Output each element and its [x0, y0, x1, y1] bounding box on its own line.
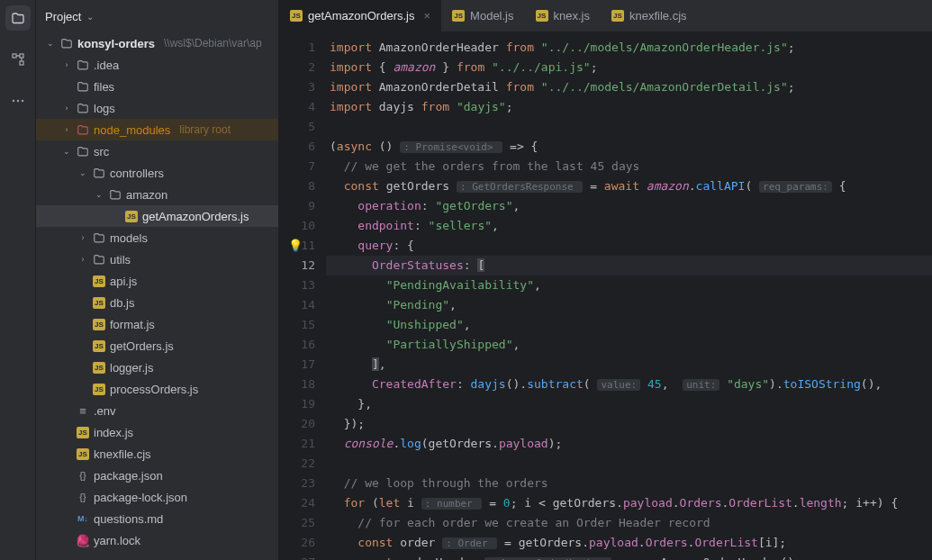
tree-node[interactable]: {}package-lock.json	[36, 486, 278, 508]
tree-node[interactable]: JSdb.js	[36, 292, 278, 313]
expand-arrow-icon[interactable]: ⌄	[94, 190, 104, 199]
tree-node[interactable]: JSgetAmazonOrders.js	[36, 205, 278, 227]
tree-node[interactable]: ⌄src	[36, 140, 278, 162]
tree-node-label: getAmazonOrders.js	[142, 210, 249, 223]
js-file-icon: JS	[290, 10, 303, 22]
code-line[interactable]: "Unshipped",	[326, 315, 932, 335]
project-tool-button[interactable]	[5, 5, 31, 31]
svg-rect-1	[20, 54, 23, 58]
tree-node-label: index.js	[94, 426, 133, 439]
code-line[interactable]: operation: "getOrders",	[326, 196, 932, 216]
code-line[interactable]	[326, 454, 932, 474]
code-line[interactable]: for (let i : number = 0; i < getOrders.p…	[326, 493, 932, 513]
tree-node[interactable]: JSprocessOrders.js	[36, 378, 278, 400]
editor-tab[interactable]: JSknex.js	[525, 0, 601, 32]
code-line[interactable]: import AmazonOrderHeader from "../../mod…	[326, 38, 932, 58]
line-number: 17	[279, 355, 315, 375]
tree-node[interactable]: ›models	[36, 227, 278, 248]
tree-node[interactable]: ›utils	[36, 248, 278, 270]
code-line[interactable]: "PartiallyShipped",	[326, 335, 932, 355]
code-editor[interactable]: 1234567891011121314151617181920212223242…	[279, 32, 932, 560]
project-root[interactable]: ⌄ konsyl-orders \\wsl$\Debian\var\ap	[36, 32, 278, 54]
code-line[interactable]: const getOrders : GetOrdersResponse = aw…	[326, 176, 932, 196]
tree-node-label: getOrders.js	[110, 339, 174, 353]
code-line[interactable]: endpoint: "sellers",	[326, 216, 932, 236]
code-line[interactable]: import dayjs from "dayjs";	[326, 97, 932, 117]
code-line[interactable]: },	[326, 394, 932, 414]
intention-bulb-icon[interactable]: 💡	[288, 236, 303, 256]
code-line[interactable]: CreatedAfter: dayjs().subtract( value: 4…	[326, 375, 932, 394]
tree-node[interactable]: ›.idea	[36, 54, 278, 76]
tree-node[interactable]: 🧶yarn.lock	[36, 529, 278, 551]
expand-arrow-icon[interactable]: ›	[77, 233, 88, 242]
tree-node-label: files	[94, 80, 114, 94]
editor-tab[interactable]: JSknexfile.cjs	[601, 0, 698, 32]
editor-tabs: JSgetAmazonOrders.js×JSModel.jsJSknex.js…	[279, 0, 932, 32]
code-line[interactable]: });	[326, 414, 932, 434]
js-file-icon: JS	[76, 448, 90, 460]
project-tree[interactable]: ⌄ konsyl-orders \\wsl$\Debian\var\ap ›.i…	[36, 32, 278, 560]
code-line[interactable]: const order : Order = getOrders.payload.…	[326, 533, 932, 553]
tree-node[interactable]: JSknexfile.cjs	[36, 443, 278, 465]
tree-node[interactable]: JSapi.js	[36, 270, 278, 292]
code-line[interactable]	[326, 117, 932, 137]
code-content[interactable]: import AmazonOrderHeader from "../../mod…	[326, 32, 932, 560]
tree-node-label: controllers	[110, 167, 164, 180]
tree-node[interactable]: JSgetOrders.js	[36, 335, 278, 357]
line-number: 6	[279, 137, 315, 157]
code-line[interactable]: "PendingAvailability",	[326, 275, 932, 295]
code-line[interactable]: ],	[326, 355, 932, 375]
code-line[interactable]: "Pending",	[326, 295, 932, 315]
code-line[interactable]: console.log(getOrders.payload);	[326, 434, 932, 454]
line-number: 23	[279, 474, 315, 493]
tree-node[interactable]: ⌄amazon	[36, 184, 278, 205]
expand-arrow-icon[interactable]: ›	[61, 60, 72, 69]
js-file-icon: JS	[92, 319, 106, 330]
tree-node[interactable]: ›node_moduleslibrary root	[36, 119, 278, 140]
tree-node[interactable]: JSindex.js	[36, 421, 278, 443]
tree-node[interactable]: ⌄controllers	[36, 162, 278, 184]
code-line[interactable]: import { amazon } from "../../api.js";	[326, 58, 932, 77]
line-number: 26	[279, 533, 315, 553]
expand-arrow-icon[interactable]: ›	[61, 104, 72, 113]
editor-tab[interactable]: JSgetAmazonOrders.js×	[279, 0, 441, 32]
tree-node[interactable]: M↓questions.md	[36, 508, 278, 529]
js-file-icon: JS	[76, 427, 90, 438]
line-number: 22	[279, 454, 315, 474]
tree-node[interactable]: JSformat.js	[36, 313, 278, 335]
tree-node[interactable]: files	[36, 76, 278, 97]
tree-node[interactable]: JSlogger.js	[36, 357, 278, 378]
code-line[interactable]: query: {	[326, 236, 932, 256]
code-line[interactable]: import AmazonOrderDetail from "../../mod…	[326, 77, 932, 97]
expand-arrow-icon[interactable]: ⌄	[61, 147, 72, 156]
more-tool-button[interactable]	[5, 88, 31, 113]
code-line[interactable]: OrderStatuses: [	[326, 256, 932, 275]
expand-arrow-icon[interactable]: ›	[77, 255, 88, 264]
line-number: 19	[279, 394, 315, 414]
line-number: 15	[279, 315, 315, 335]
structure-tool-button[interactable]	[5, 47, 31, 72]
svg-point-5	[21, 100, 23, 102]
project-tool-header[interactable]: Project ⌄	[36, 0, 278, 32]
code-line[interactable]: // we loop through the orders	[326, 474, 932, 493]
close-icon[interactable]: ×	[424, 9, 431, 23]
code-line[interactable]: const orderHeader : AmazonOrderHeader = …	[326, 553, 932, 560]
expand-arrow-icon[interactable]: ›	[61, 125, 72, 134]
tree-node[interactable]: ≡.env	[36, 400, 278, 421]
editor-tab[interactable]: JSModel.js	[441, 0, 524, 32]
expand-arrow-icon[interactable]: ⌄	[77, 168, 88, 177]
code-line[interactable]: // we get the orders from the last 45 da…	[326, 157, 932, 176]
code-line[interactable]: (async () : Promise<void> => {	[326, 137, 932, 157]
line-number: 7	[279, 157, 315, 176]
line-number: 14	[279, 295, 315, 315]
tree-node-label: format.js	[110, 318, 155, 331]
code-line[interactable]: // for each order we create an Order Hea…	[326, 513, 932, 533]
tree-node[interactable]: {}package.json	[36, 465, 278, 486]
folder-icon	[108, 188, 122, 201]
folder-icon	[92, 167, 106, 179]
tree-node[interactable]: ›logs	[36, 97, 278, 119]
js-file-icon: JS	[92, 340, 106, 352]
svg-point-4	[16, 100, 18, 102]
expand-arrow-icon[interactable]: ⌄	[45, 39, 56, 48]
tree-node-label: .idea	[94, 59, 119, 72]
